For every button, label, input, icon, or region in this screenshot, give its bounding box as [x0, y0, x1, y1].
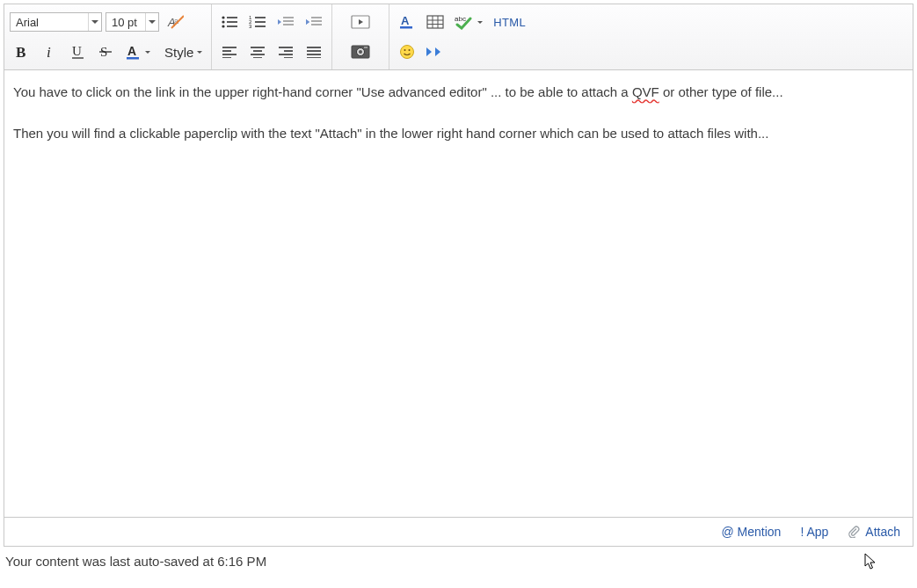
font-family-select[interactable]: Arial [10, 12, 102, 32]
chevron-down-icon [88, 13, 98, 31]
app-link[interactable]: ! App [800, 525, 828, 539]
align-center-button[interactable] [245, 40, 270, 64]
svg-marker-28 [306, 19, 309, 25]
mention-link[interactable]: @ Mention [721, 525, 781, 539]
color-fill-button[interactable]: A [395, 10, 419, 34]
bottom-bar: @ Mention ! App Attach [4, 517, 913, 546]
emoji-button[interactable] [395, 40, 419, 64]
paragraph: You have to click on the link in the upp… [13, 83, 904, 103]
italic-button[interactable]: i [38, 40, 62, 64]
svg-marker-65 [426, 47, 432, 56]
bullet-list-button[interactable] [217, 10, 242, 34]
svg-rect-53 [364, 47, 368, 48]
numbered-list-button[interactable]: 123 [245, 10, 270, 34]
toolbar-group-text: Arial 10 pt Aa B i U [4, 4, 212, 69]
font-color-button[interactable]: A [122, 40, 157, 64]
indent-button[interactable] [302, 10, 326, 34]
paperclip-icon [848, 526, 860, 538]
toolbar-group-paragraph: 123 [212, 4, 332, 69]
svg-text:3: 3 [249, 24, 252, 29]
toolbar-group-media [332, 4, 389, 69]
align-justify-button[interactable] [302, 40, 326, 64]
svg-text:B: B [16, 45, 25, 59]
svg-text:i: i [47, 45, 51, 59]
svg-rect-56 [427, 16, 443, 28]
font-size-select[interactable]: 10 pt [106, 12, 159, 32]
editor-panel: Arial 10 pt Aa B i U [4, 4, 913, 547]
toolbar-group-misc: A abc HTML [389, 4, 535, 69]
chevron-down-icon [145, 51, 150, 54]
svg-rect-10 [127, 57, 139, 60]
svg-text:A: A [127, 44, 136, 58]
insert-video-button[interactable] [348, 10, 373, 34]
attach-link[interactable]: Attach [848, 525, 900, 539]
svg-point-52 [359, 50, 362, 54]
autosave-status: Your content was last auto-saved at 6:16… [5, 554, 913, 569]
insert-image-button[interactable] [348, 40, 373, 64]
chevron-down-icon [477, 21, 483, 24]
insert-table-button[interactable] [423, 10, 448, 34]
underline-button[interactable]: U [66, 40, 91, 64]
align-right-button[interactable] [273, 40, 298, 64]
svg-point-64 [409, 49, 411, 51]
svg-marker-66 [435, 47, 440, 56]
paragraph: Then you will find a clickable paperclip… [13, 124, 904, 144]
spelling-error: QVF [632, 84, 659, 99]
svg-text:U: U [72, 44, 82, 58]
svg-point-11 [222, 16, 225, 18]
svg-point-13 [222, 25, 225, 27]
svg-point-62 [401, 46, 414, 59]
chevron-down-icon [145, 13, 156, 31]
strikethrough-button[interactable]: S [94, 40, 119, 64]
chevron-down-icon [197, 51, 202, 54]
more-button[interactable] [423, 40, 448, 64]
svg-point-63 [404, 49, 406, 51]
html-mode-button[interactable]: HTML [490, 10, 529, 34]
svg-text:abc: abc [455, 15, 466, 23]
svg-rect-55 [400, 26, 412, 29]
bold-button[interactable]: B [10, 40, 34, 64]
toolbar: Arial 10 pt Aa B i U [4, 4, 913, 70]
style-select[interactable]: Style [161, 45, 206, 60]
svg-text:A: A [401, 14, 410, 27]
outdent-button[interactable] [273, 10, 298, 34]
spellcheck-button[interactable]: abc [451, 10, 486, 34]
clear-formatting-button[interactable]: Aa [163, 10, 187, 34]
svg-point-12 [222, 20, 225, 23]
content-area[interactable]: You have to click on the link in the upp… [4, 70, 913, 517]
svg-marker-23 [278, 19, 281, 25]
align-left-button[interactable] [217, 40, 242, 64]
